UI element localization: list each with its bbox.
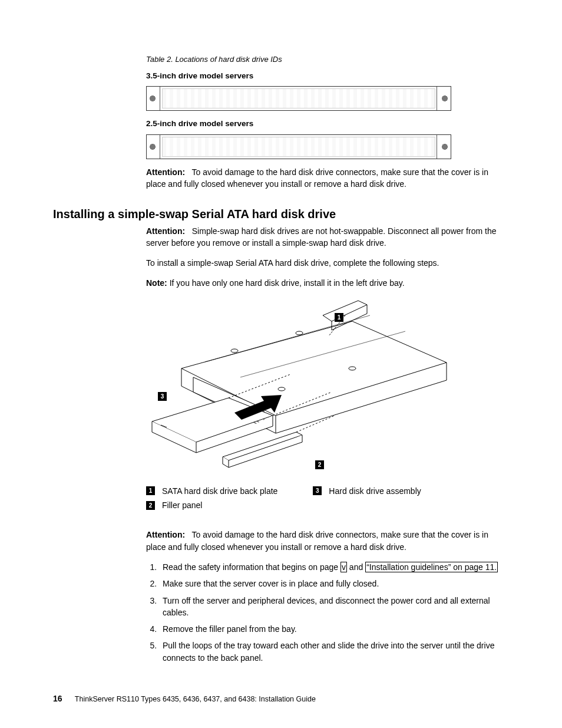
attention-2: Attention: Simple-swap hard disk drives …: [146, 225, 503, 249]
legend-label-2: Filler panel: [162, 499, 202, 511]
table-caption: Table 2. Locations of hard disk drive ID…: [146, 54, 503, 65]
diagram-callout-2: 2: [315, 460, 324, 469]
server-diagram-35: [146, 86, 451, 111]
server-diagram-25: [146, 134, 451, 159]
attention-text: Simple-swap hard disk drives are not hot…: [146, 226, 496, 248]
attention-label: Attention:: [146, 226, 185, 236]
section-title: Installing a simple-swap Serial ATA hard…: [53, 206, 503, 223]
legend-item-3: 3 Hard disk drive assembly: [313, 485, 421, 497]
svg-line-8: [229, 374, 290, 398]
step-5: Pull the loops of the tray toward each o…: [159, 640, 503, 664]
page-footer: 16 ThinkServer RS110 Types 6435, 6436, 6…: [53, 693, 316, 704]
legend-num-1: 1: [146, 486, 155, 495]
svg-point-2: [231, 349, 238, 353]
svg-point-4: [349, 367, 356, 370]
svg-point-5: [278, 387, 285, 391]
intro-text: To install a simple-swap Serial ATA hard…: [146, 257, 503, 269]
legend-label-3: Hard disk drive assembly: [329, 485, 421, 497]
svg-line-9: [273, 392, 332, 416]
attention-text: To avoid damage to the hard disk drive c…: [146, 167, 488, 189]
attention-label: Attention:: [146, 167, 185, 177]
step-3: Turn off the server and peripheral devic…: [159, 595, 503, 619]
subhead-35inch: 3.5-inch drive model servers: [146, 70, 503, 82]
step-2: Make sure that the server cover is in pl…: [159, 578, 503, 589]
note-label: Note:: [146, 278, 167, 288]
diagram-callout-1: 1: [335, 313, 343, 322]
step1-mid: and: [347, 562, 365, 572]
legend-label-1: SATA hard disk drive back plate: [162, 485, 277, 497]
installation-guidelines-link[interactable]: “Installation guidelines” on page 11.: [365, 562, 498, 572]
note: Note: If you have only one hard disk dri…: [146, 277, 503, 289]
step1-prefix: Read the safety information that begins …: [163, 562, 340, 572]
page-number: 16: [53, 694, 62, 703]
note-text: If you have only one hard disk drive, in…: [170, 278, 405, 288]
legend-num-2: 2: [146, 501, 155, 510]
step-4: Remove the filler panel from the bay.: [159, 623, 503, 635]
attention-label: Attention:: [146, 530, 185, 539]
install-diagram: 1 2 3: [146, 298, 452, 478]
document-title: ThinkServer RS110 Types 6435, 6436, 6437…: [75, 695, 316, 703]
safety-page-link[interactable]: v: [340, 562, 347, 572]
legend-item-1: 1 SATA hard disk drive back plate: [146, 485, 277, 497]
diagram-legend: 1 SATA hard disk drive back plate 2 Fill…: [146, 485, 503, 512]
svg-line-0: [205, 315, 370, 362]
step-1: Read the safety information that begins …: [159, 561, 503, 573]
svg-point-3: [296, 331, 303, 335]
legend-item-2: 2 Filler panel: [146, 499, 277, 511]
svg-line-10: [296, 416, 335, 432]
subhead-25inch: 2.5-inch drive model servers: [146, 118, 503, 130]
legend-num-3: 3: [313, 486, 322, 495]
attention-text: To avoid damage to the hard disk drive c…: [146, 530, 488, 551]
attention-3: Attention: To avoid damage to the hard d…: [146, 529, 503, 553]
diagram-callout-3: 3: [158, 392, 167, 401]
steps-list: Read the safety information that begins …: [146, 561, 503, 664]
attention-1: Attention: To avoid damage to the hard d…: [146, 166, 503, 190]
svg-line-1: [240, 331, 405, 377]
